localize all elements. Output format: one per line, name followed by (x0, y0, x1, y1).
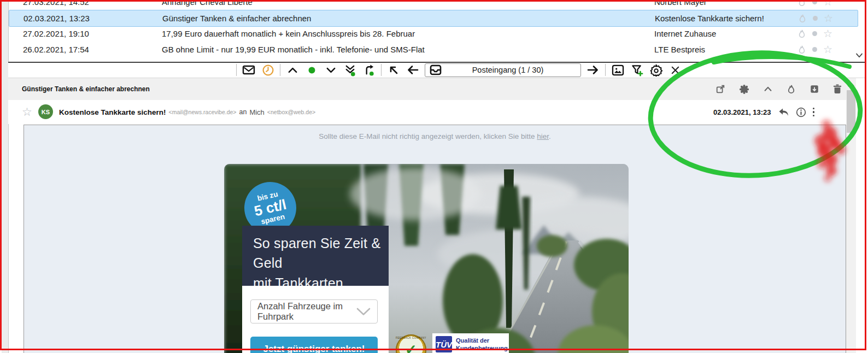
to-label: an (239, 108, 247, 116)
tuev-logo: TÜV (436, 336, 452, 352)
mail-sender: Norbert Mayer (654, 0, 794, 10)
trash-icon[interactable] (833, 84, 842, 94)
cta-button[interactable]: Jetzt günstiger tanken! (250, 337, 378, 353)
message-header: ☆ KS Kostenlose Tankkarte sichern! <mail… (8, 100, 846, 124)
mail-subject: Facebook Container - neuster Schutz für … (162, 57, 643, 62)
preview-scrollbar[interactable] (846, 78, 856, 353)
fallback-hint: Sollte diese E-Mail nicht richtig angeze… (24, 132, 846, 140)
message-body: Sollte diese E-Mail nicht richtig angeze… (24, 125, 846, 353)
headline-panel: So sparen Sie Zeit & Geld mit Tankkarten (242, 226, 389, 286)
previous-icon[interactable] (285, 63, 300, 77)
envelope-icon[interactable] (242, 63, 256, 77)
mail-subject: 17,99 Euro dauerhaft monatlich + kein An… (162, 26, 643, 42)
mail-subject: Anhänger Cheval Liberté (162, 0, 643, 10)
folder-label: Posteingang (1 / 30) (447, 66, 576, 74)
sender-email: <mail@news.racevibe.de> (169, 109, 237, 115)
headline-line1: So sparen Sie Zeit & Geld (253, 233, 389, 273)
flame-icon[interactable] (797, 0, 806, 7)
flame-icon[interactable] (798, 14, 807, 23)
arrow-up-left-icon[interactable] (386, 63, 401, 77)
scrollbar-thumb[interactable] (847, 90, 855, 133)
snooze-clock-icon[interactable] (261, 63, 275, 77)
collapse-icon[interactable] (763, 84, 773, 94)
flame-icon[interactable] (787, 84, 796, 95)
list-scrollbar-down[interactable] (854, 50, 864, 60)
message-date: 02.03.2021, 13:23 (713, 108, 771, 116)
mail-date: 26.02.2021, 17:54 (23, 42, 138, 57)
archive-icon[interactable] (810, 84, 819, 94)
toolbar-separator (605, 64, 606, 76)
toolbar-separator (381, 64, 382, 76)
mail-date: 27.03.2021, 14:52 (23, 0, 138, 10)
recipient-name[interactable]: Mich (249, 108, 264, 116)
tuev-seal: TÜV Qualität der Kundenbetreuung (432, 333, 509, 353)
image-icon[interactable] (611, 63, 625, 77)
mail-sender: Mozilla Foundation (654, 57, 794, 62)
list-item[interactable]: 27.03.2021, 14:52 Anhänger Cheval Libert… (9, 0, 857, 10)
check-icon: ✓ (405, 343, 417, 353)
redirect-unread-icon[interactable] (362, 63, 376, 77)
fleet-size-dropdown[interactable]: Anzahl Fahrzeuge im Fuhrpark (250, 299, 378, 323)
newsletter-banner: bis zu 5 ct/l sparen So sparen Sie Zeit … (224, 164, 629, 353)
next-icon[interactable] (324, 63, 338, 77)
inbox-icon (430, 64, 442, 75)
info-icon[interactable] (796, 107, 806, 117)
sender-name[interactable]: Kostenlose Tankkarte sichern! (59, 108, 166, 116)
feedback-company-badge: FEEDBACK COMPANY ✓ (396, 334, 426, 353)
unread-dot-icon[interactable] (304, 63, 319, 77)
mail-subject: Günstiger Tanken & einfacher abrechnen (162, 10, 643, 26)
preview-subject-title: Günstiger Tanken & einfacher abrechnen (22, 78, 150, 100)
email-list: 27.03.2021, 14:52 Anhänger Cheval Libert… (9, 0, 865, 62)
scrollbar-up-icon[interactable] (847, 80, 855, 89)
arrow-left-icon[interactable] (406, 63, 420, 77)
star-icon[interactable]: ☆ (823, 0, 832, 7)
skip-to-unread-icon[interactable] (343, 63, 357, 77)
flame-icon[interactable] (797, 29, 806, 39)
filter-add-icon[interactable] (630, 63, 644, 77)
message-toolbar: Posteingang (1 / 30) (8, 63, 865, 78)
list-item-selected[interactable]: 02.03.2021, 13:23 Günstiger Tanken & ein… (9, 10, 858, 27)
chevron-down-icon (356, 308, 371, 316)
settings-gear-icon[interactable] (649, 63, 663, 77)
mail-date: 26.02.2021, 15:02 (23, 57, 138, 62)
folder-selector[interactable]: Posteingang (1 / 30) (425, 63, 581, 77)
mail-date: 02.03.2021, 13:23 (24, 10, 138, 26)
list-item[interactable]: 27.02.2021, 19:10 17,99 Euro dauerhaft m… (9, 26, 857, 42)
mail-sender: Kostenlose Tankkarte sichern! (655, 10, 794, 26)
flame-icon[interactable] (797, 45, 806, 55)
gear-solid-icon[interactable] (739, 84, 749, 95)
toolbar-separator (236, 64, 237, 76)
star-icon[interactable]: ☆ (823, 44, 832, 55)
reply-icon[interactable] (778, 108, 789, 117)
star-icon[interactable]: ☆ (823, 28, 832, 39)
unread-dot-icon[interactable] (812, 0, 817, 4)
kebab-menu-icon[interactable] (813, 108, 815, 117)
preview-header: Günstiger Tanken & einfacher abrechnen (8, 78, 846, 101)
mail-subject: GB ohne Limit - nur 19,99 EUR monatlich … (162, 42, 643, 57)
avatar: KS (38, 104, 53, 119)
star-icon[interactable]: ☆ (824, 13, 833, 23)
recipient-email: <netbox@web.de> (267, 109, 315, 115)
mail-client-window: 27.03.2021, 14:52 Anhänger Cheval Libert… (0, 0, 868, 353)
list-item[interactable]: 26.02.2021, 17:54 GB ohne Limit - nur 19… (9, 42, 857, 57)
toolbar-separator (280, 64, 280, 76)
arrow-right-icon[interactable] (586, 63, 600, 77)
fallback-link[interactable]: hier (537, 132, 549, 140)
mail-sender: LTE Bestpreis (654, 42, 794, 57)
open-in-new-window-icon[interactable] (715, 84, 725, 94)
unread-dot-icon[interactable] (812, 47, 817, 52)
window-left-edge (2, 0, 9, 353)
unread-dot-icon[interactable] (812, 31, 817, 36)
form-panel: Anzahl Fahrzeuge im Fuhrpark Jetzt günst… (242, 286, 389, 353)
dropdown-label: Anzahl Fahrzeuge im Fuhrpark (257, 301, 356, 322)
mail-sender: Internet Zuhause (654, 26, 794, 42)
unread-dot-icon[interactable] (813, 16, 818, 21)
close-icon[interactable] (668, 63, 682, 77)
mail-date: 27.02.2021, 19:10 (23, 26, 138, 42)
list-item[interactable]: 26.02.2021, 15:02 Facebook Container - n… (9, 57, 857, 62)
star-icon[interactable]: ☆ (22, 106, 32, 117)
